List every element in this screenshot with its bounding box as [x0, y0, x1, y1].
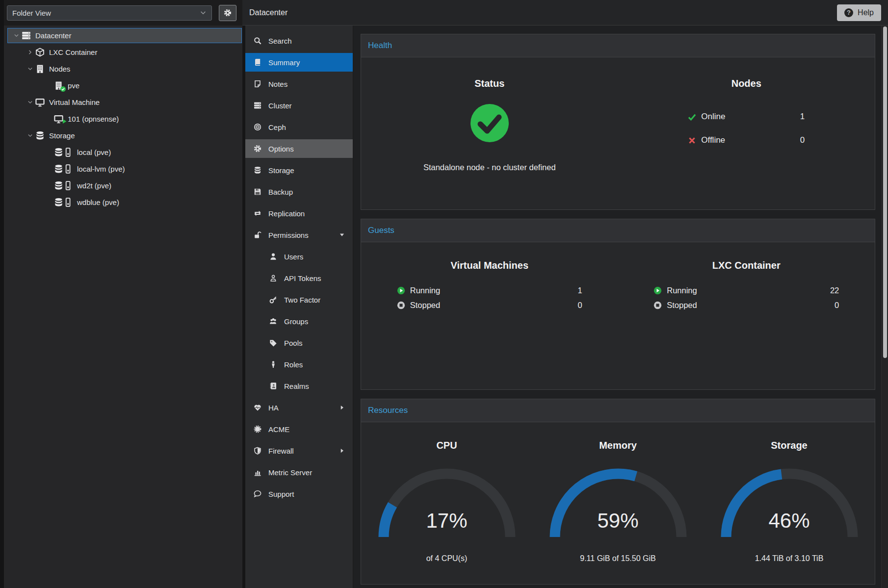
menu-item-label: ACME — [268, 425, 289, 434]
tree-settings-button[interactable] — [219, 5, 236, 21]
proxmox-app: Folder View Datacenter ? Help Datacenter… — [0, 0, 888, 588]
health-panel-title: Health — [361, 34, 875, 57]
tree-item-label: Datacenter — [35, 31, 71, 40]
menu-item-summary[interactable]: Summary — [245, 53, 353, 72]
expander-chevron-down-icon[interactable] — [26, 99, 34, 105]
expander-chevron-down-icon[interactable] — [26, 66, 34, 72]
menu-item-permissions[interactable]: Permissions — [245, 226, 353, 244]
disk-icon — [63, 181, 73, 190]
view-mode-select[interactable]: Folder View — [7, 5, 212, 21]
gauge-heading: CPU — [436, 440, 457, 451]
menu-item-realms[interactable]: Realms — [245, 377, 353, 395]
view-mode-value: Folder View — [12, 9, 51, 17]
node-status-value: 1 — [800, 112, 805, 122]
tree-item-label: local-lvm (pve) — [77, 165, 125, 173]
menu-item-users[interactable]: Users — [245, 247, 353, 266]
menu-item-ceph[interactable]: Ceph — [245, 118, 353, 136]
disk-icon — [63, 198, 73, 207]
guests-column-heading: LXC Container — [712, 260, 781, 271]
menu-item-backup[interactable]: Backup — [245, 182, 353, 201]
menu-item-label: Ceph — [268, 123, 286, 131]
guests-panel-title: Guests — [361, 219, 875, 242]
person-icon — [269, 360, 277, 368]
menu-item-options[interactable]: Options — [245, 139, 353, 158]
node-status-value: 0 — [800, 135, 805, 145]
guest-status-value: 22 — [830, 286, 839, 295]
menu-item-search[interactable]: Search — [245, 31, 353, 50]
check-icon — [688, 113, 696, 121]
menu-item-notes[interactable]: Notes — [245, 75, 353, 93]
help-button[interactable]: ? Help — [837, 4, 881, 21]
menu-item-replication[interactable]: Replication — [245, 204, 353, 223]
menu-item-two-factor[interactable]: Two Factor — [245, 290, 353, 309]
menu-item-api-tokens[interactable]: API Tokens — [245, 269, 353, 287]
tree-item-virtual-machine[interactable]: Virtual Machine — [7, 95, 242, 110]
health-panel: Health Status Standalone node - no clust… — [361, 34, 875, 210]
gauge-heading: Memory — [599, 440, 637, 451]
top-bar: Folder View Datacenter ? Help — [4, 0, 888, 26]
gauge-arc: 59% — [545, 465, 692, 542]
user-outline-icon — [269, 274, 277, 282]
tree-item-pve[interactable]: pve — [7, 78, 242, 93]
expander-chevron-down-icon[interactable] — [12, 32, 21, 39]
expander-chevron-down-icon[interactable] — [26, 132, 34, 139]
gauge-caption: of 4 CPU(s) — [426, 554, 468, 563]
gear-icon — [254, 145, 261, 153]
menu-item-pools[interactable]: Pools — [245, 333, 353, 352]
gauge-caption: 1.44 TiB of 3.10 TiB — [755, 554, 824, 563]
expander-chevron-right-icon[interactable] — [26, 49, 34, 55]
menu-item-label: Two Factor — [284, 296, 320, 304]
status-ok-icon — [470, 104, 509, 142]
search-icon — [254, 37, 261, 45]
menu-item-ha[interactable]: HA — [245, 398, 353, 417]
menu-item-label: API Tokens — [284, 274, 321, 282]
resources-panel-body: CPU17%of 4 CPU(s)Memory59%9.11 GiB of 15… — [361, 422, 875, 584]
menu-item-acme[interactable]: ACME — [245, 420, 353, 438]
tree-item-lxc-container[interactable]: LXC Container — [7, 45, 242, 60]
tree-item-local-pve[interactable]: local (pve) — [7, 145, 242, 160]
gear-icon — [224, 9, 232, 17]
tree-item-nodes[interactable]: Nodes — [7, 61, 242, 77]
gauge-percent-value: 46% — [716, 509, 863, 533]
tree-item-101-opnsense[interactable]: 101 (opnsense) — [7, 111, 242, 127]
datacenter-menu: SearchSummaryNotesClusterCephOptionsStor… — [245, 26, 353, 588]
tree-item-label: wd2t (pve) — [77, 181, 111, 190]
tree-item-local-lvm-pve[interactable]: local-lvm (pve) — [7, 161, 242, 177]
database-icon — [54, 164, 63, 174]
tree-item-wdblue-pve[interactable]: wdblue (pve) — [7, 195, 242, 210]
menu-item-groups[interactable]: Groups — [245, 312, 353, 331]
nodes-heading: Nodes — [731, 78, 761, 89]
resource-gauge-memory: Memory59%9.11 GiB of 15.50 GiB — [532, 440, 704, 584]
gauge-arc: 46% — [716, 465, 863, 542]
tree-item-label: local (pve) — [77, 148, 111, 156]
menu-item-support[interactable]: Support — [245, 485, 353, 503]
disk-icon — [63, 148, 73, 157]
guest-status-value: 0 — [578, 301, 582, 310]
guest-status-value: 0 — [835, 301, 839, 310]
menu-item-label: Groups — [284, 317, 308, 326]
database-icon — [54, 198, 63, 207]
menu-item-label: Roles — [284, 360, 303, 369]
menu-item-label: Cluster — [268, 102, 292, 110]
database-icon — [254, 166, 261, 174]
menu-item-label: Notes — [268, 80, 287, 88]
menu-item-metric-server[interactable]: Metric Server — [245, 463, 353, 482]
menu-item-firewall[interactable]: Firewall — [245, 441, 353, 460]
heartbeat-icon — [254, 404, 261, 411]
question-icon: ? — [844, 8, 853, 17]
guests-panel-body: Virtual MachinesRunning1Stopped0LXC Cont… — [361, 242, 875, 389]
server-stack-icon — [254, 102, 261, 109]
menu-item-cluster[interactable]: Cluster — [245, 96, 353, 115]
menu-item-storage[interactable]: Storage — [245, 161, 353, 179]
tree-item-datacenter[interactable]: Datacenter — [7, 28, 242, 43]
tree-item-storage[interactable]: Storage — [7, 128, 242, 143]
scrollbar-thumb[interactable] — [883, 26, 887, 358]
menu-item-roles[interactable]: Roles — [245, 355, 353, 374]
summary-content: Health Status Standalone node - no clust… — [353, 26, 881, 588]
tree-item-wd2t-pve[interactable]: wd2t (pve) — [7, 178, 242, 193]
menu-item-label: Metric Server — [268, 468, 312, 477]
tree-item-label: Storage — [49, 131, 75, 140]
tree-item-label: wdblue (pve) — [77, 198, 119, 206]
tree-item-label: Nodes — [49, 65, 70, 73]
guests-column-heading: Virtual Machines — [450, 260, 528, 271]
